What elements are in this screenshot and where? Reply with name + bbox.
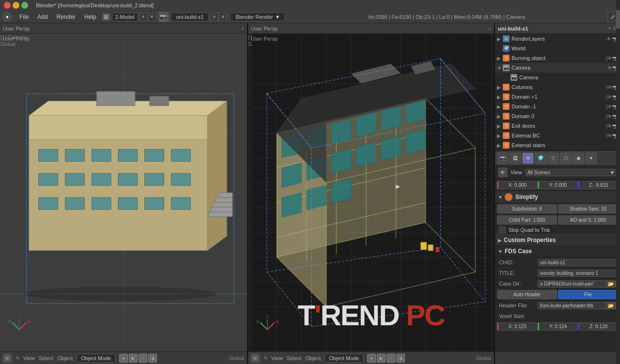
object-mode-selector-left[interactable]: Object Mode <box>77 354 115 363</box>
outliner-add-icon[interactable]: + <box>608 25 611 31</box>
all-scenes-selector[interactable]: All Scenes ▼ <box>525 169 617 176</box>
expand-arrow-burning[interactable]: ▶ <box>497 56 503 61</box>
case-dir-folder-btn[interactable]: 📂 <box>606 280 616 288</box>
prop-icon-camera[interactable]: 📷 <box>497 152 509 164</box>
header-file-input[interactable] <box>538 302 606 309</box>
voxel-y[interactable]: Y: 0.124 <box>538 322 578 331</box>
expand-arrow-camera[interactable]: ▼ <box>497 65 503 71</box>
outliner-item-camera-group[interactable]: ▼ 📷 Camera 👁 📷 <box>495 63 620 73</box>
viewport-add-btn[interactable]: + <box>139 13 148 21</box>
external-bc-vis[interactable]: 👁 <box>607 133 612 138</box>
expand-arrow-columns[interactable]: ▶ <box>497 85 503 90</box>
outliner-scrollbar[interactable] <box>616 34 620 150</box>
shading-btn-1[interactable]: ● <box>119 354 128 363</box>
child-part-btn[interactable]: Child Part: 1.000 <box>497 215 557 225</box>
skip-quad-checkbox[interactable] <box>499 227 506 233</box>
file-btn[interactable]: File <box>558 290 618 299</box>
y-coordinate[interactable]: Y: 0.000 <box>538 181 578 189</box>
fds-case-header[interactable]: ▼ FDS Case <box>495 246 620 257</box>
render-menu[interactable]: Render <box>53 13 79 21</box>
domain0-vis[interactable]: 👁 <box>607 114 612 119</box>
tab-remove-btn[interactable]: × <box>218 13 227 21</box>
viewport-mode-selector[interactable]: 2-Model <box>112 13 138 21</box>
bottom-bar-right-view-btn[interactable]: View <box>271 355 283 361</box>
outliner-item-camera-child[interactable]: 📷 Camera <box>495 73 620 82</box>
help-menu[interactable]: Help <box>80 13 100 21</box>
tab-add-btn[interactable]: + <box>210 13 218 21</box>
window-controls[interactable] <box>4 2 28 9</box>
prop-icon-particles[interactable]: ✦ <box>585 152 597 164</box>
viewport-right-icons[interactable]: + <box>488 26 491 31</box>
shading-btn-2[interactable]: ◐ <box>129 354 138 363</box>
viewport-remove-btn[interactable]: × <box>148 13 156 21</box>
simplify-section-header[interactable]: ▼ Simplify <box>495 191 620 203</box>
outliner-item-columns[interactable]: ▶ ▽ Columns | 👁 📷 <box>495 82 620 92</box>
custom-properties-header[interactable]: ▶ Custom Properties <box>495 234 620 246</box>
viewport-left-options-icon[interactable]: + <box>241 26 244 31</box>
ao-s-btn[interactable]: AO and S: 1.000 <box>558 215 618 225</box>
bottom-bar-left-object-btn[interactable]: Object <box>57 355 73 361</box>
add-menu[interactable]: Add <box>33 13 51 21</box>
expand-arrow-domain-minus1[interactable]: ▶ <box>497 104 503 109</box>
z-coordinate[interactable]: Z: -9.810 <box>578 181 618 189</box>
outliner-item-renderlayers[interactable]: ▶ ⊞ RenderLayers 👁 📷 <box>495 34 620 44</box>
view-menu-btn-left[interactable]: ⊞ <box>3 354 12 363</box>
shading-btns-left[interactable]: ● ◐ ○ ◑ <box>119 354 157 363</box>
bottom-bar-right-object-btn[interactable]: Object <box>305 355 321 361</box>
shading-btn-r2[interactable]: ◐ <box>377 354 386 363</box>
viewport-add-remove[interactable]: + × <box>139 13 156 21</box>
bottom-bar-right-select-btn[interactable]: Select <box>287 355 302 361</box>
shading-btns-right[interactable]: ● ◐ ○ ◑ <box>367 354 405 363</box>
title-input[interactable] <box>538 270 616 277</box>
outliner-item-domain0[interactable]: ▶ ▽ Domain 0 | 👁 📷 <box>495 111 620 121</box>
subdivision-btn[interactable]: Subdivision: 6 <box>497 204 557 213</box>
case-dir-input[interactable] <box>538 280 606 288</box>
expand-arrow[interactable]: ▶ <box>497 36 503 42</box>
shading-btn-r1[interactable]: ● <box>367 354 376 363</box>
expand-arrow-extstairs[interactable]: ▶ <box>497 143 503 148</box>
view-icon[interactable]: 👁 <box>498 167 508 177</box>
domain-minus1-vis[interactable]: 👁 <box>607 104 612 109</box>
shadow-sample-btn[interactable]: Shadow Sam: 16 <box>558 204 618 213</box>
camera-group-vis-icon[interactable]: 👁 <box>607 65 612 71</box>
expand-arrow-domain0[interactable]: ▶ <box>497 114 503 119</box>
voxel-z[interactable]: Z: 0.120 <box>578 322 618 331</box>
outliner-item-exit-doors[interactable]: ▶ ▽ Exit doors | 👁 📷 <box>495 121 620 131</box>
maximize-button[interactable] <box>21 2 28 9</box>
shading-btn-r3[interactable]: ○ <box>387 354 395 363</box>
minimize-button[interactable] <box>13 2 19 9</box>
renderlayers-vis-icon[interactable]: 👁 <box>606 36 611 42</box>
prop-icon-world[interactable]: 🌍 <box>535 152 546 164</box>
outliner-item-external-bc[interactable]: ▶ ▽ External BC | 👁 📷 <box>495 131 620 140</box>
outliner-item-external-stairs[interactable]: ▶ ▽ External stairs <box>495 140 620 150</box>
render-engine-selector[interactable]: Blender Render ▼ <box>230 13 285 21</box>
outliner-item-burning[interactable]: ▶ ▽ Burning object | 👁 📷 <box>495 53 620 63</box>
expand-arrow-exit[interactable]: ▶ <box>497 123 503 129</box>
expand-arrow-extbc[interactable]: ▶ <box>497 133 503 138</box>
viewport-left-icons[interactable]: + <box>241 26 244 31</box>
prop-icon-scene[interactable]: ⚙ <box>522 152 534 164</box>
shading-btn-3[interactable]: ○ <box>139 354 147 363</box>
domain-plus1-vis[interactable]: 👁 <box>607 94 612 100</box>
view-menu-btn-right[interactable]: ⊞ <box>251 354 260 363</box>
chid-input[interactable] <box>538 259 616 266</box>
header-file-folder-btn[interactable]: 📂 <box>606 302 616 309</box>
object-mode-selector-right[interactable]: Object Mode <box>325 354 363 363</box>
shading-btn-r4[interactable]: ◑ <box>396 354 405 363</box>
auto-header-btn[interactable]: Auto Header <box>497 290 557 299</box>
tab-add-remove[interactable]: + × <box>210 13 227 21</box>
prop-icon-material[interactable]: ◉ <box>573 152 584 164</box>
outliner-item-domain-plus1[interactable]: ▶ ▽ Domain +1 | 👁 📷 <box>495 92 620 102</box>
shading-btn-4[interactable]: ◑ <box>148 354 157 363</box>
prop-icon-object[interactable]: ▽ <box>547 152 559 164</box>
voxel-x[interactable]: X: 0.125 <box>497 322 537 331</box>
scene-tab[interactable]: uni-build-s1 <box>171 13 209 21</box>
columns-vis-icon[interactable]: 👁 <box>607 85 612 90</box>
exit-doors-vis[interactable]: 👁 <box>607 123 612 129</box>
bottom-bar-left-view-btn[interactable]: View <box>23 355 35 361</box>
bottom-bar-left-select-btn[interactable]: Select <box>39 355 54 361</box>
viewport-right-options-icon[interactable]: + <box>488 26 491 31</box>
outliner-item-domain-minus1[interactable]: ▶ ▽ Domain -1 | 👁 📷 <box>495 102 620 111</box>
outliner-item-world[interactable]: 🌍 World <box>495 44 620 53</box>
file-menu[interactable]: File <box>16 13 32 21</box>
